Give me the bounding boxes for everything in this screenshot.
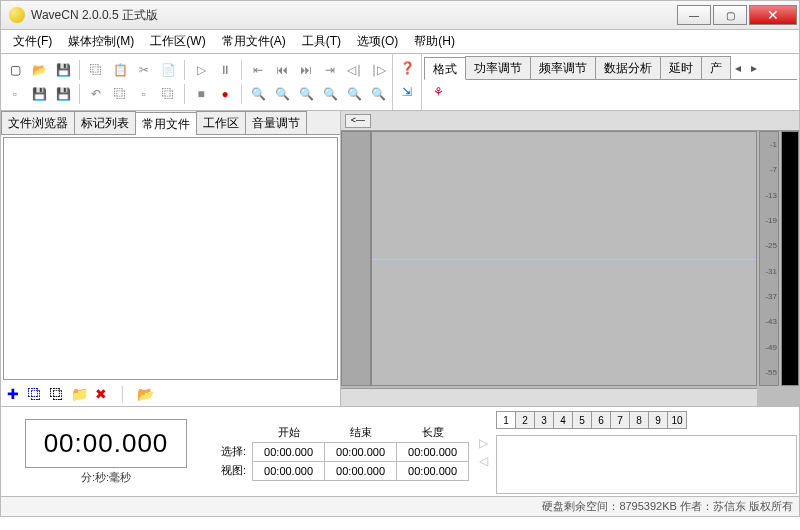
- tab-frequency[interactable]: 频率调节: [530, 56, 596, 79]
- open-folder-icon[interactable]: 📂: [137, 386, 153, 402]
- menu-workspace[interactable]: 工作区(W): [142, 31, 213, 52]
- tab-file-browser[interactable]: 文件浏览器: [1, 111, 75, 134]
- prev-mark-icon[interactable]: ◁∣: [344, 60, 364, 80]
- minimize-button[interactable]: —: [677, 5, 711, 25]
- menu-common-files[interactable]: 常用文件(A): [214, 31, 294, 52]
- save-all-icon[interactable]: 💾: [53, 84, 73, 104]
- folder-add-icon[interactable]: 📁: [71, 386, 87, 402]
- separator: [241, 84, 242, 104]
- menu-file[interactable]: 文件(F): [5, 31, 60, 52]
- page-3[interactable]: 3: [534, 411, 554, 429]
- sel-end[interactable]: 00:00.000: [325, 442, 397, 461]
- waveform-canvas[interactable]: [371, 131, 757, 386]
- zoom-in-icon[interactable]: 🔍: [248, 84, 268, 104]
- play-icon[interactable]: ▷: [191, 60, 211, 80]
- stop-icon[interactable]: ■: [191, 84, 211, 104]
- tab-workspace[interactable]: 工作区: [196, 111, 246, 134]
- paste-icon[interactable]: 📋: [110, 60, 130, 80]
- separator: [79, 84, 80, 104]
- page-5[interactable]: 5: [572, 411, 592, 429]
- doc-icon[interactable]: ▫: [5, 84, 25, 104]
- toolbars: ▢ 📂 💾 ⿻ 📋 ✂ 📄 ▷ ⏸ ⇤ ⏮ ⏭ ⇥ ◁∣ ∣▷ ▫ 💾 💾 ↶ …: [0, 54, 800, 111]
- save-icon[interactable]: 💾: [53, 60, 73, 80]
- file-list[interactable]: [3, 137, 338, 380]
- timer-panel: 00:00.000 分:秒:毫秒: [1, 407, 211, 496]
- page-2[interactable]: 2: [515, 411, 535, 429]
- zoom-reset-icon[interactable]: 🔍: [368, 84, 388, 104]
- copy-icon[interactable]: ⿻: [86, 60, 106, 80]
- clipboard-icon[interactable]: 📄: [158, 60, 178, 80]
- col-end: 结束: [325, 423, 397, 443]
- zoom-full-icon[interactable]: 🔍: [344, 84, 364, 104]
- skip-end-icon[interactable]: ⇥: [320, 60, 340, 80]
- record-icon[interactable]: ●: [215, 84, 235, 104]
- duplicate-icon[interactable]: ⿻: [49, 386, 65, 402]
- page-4[interactable]: 4: [553, 411, 573, 429]
- timeline-scrubber[interactable]: <—: [345, 114, 371, 128]
- next-mark-icon[interactable]: ∣▷: [368, 60, 388, 80]
- page-8[interactable]: 8: [629, 411, 649, 429]
- tab-delay[interactable]: 延时: [660, 56, 702, 79]
- sel-start[interactable]: 00:00.000: [253, 442, 325, 461]
- app-icon: [9, 7, 25, 23]
- col-start: 开始: [253, 423, 325, 443]
- view-length[interactable]: 00:00.000: [397, 461, 469, 480]
- clip-icon[interactable]: ⿻: [110, 84, 130, 104]
- separator: [241, 60, 242, 80]
- play-back-icon[interactable]: ◁: [479, 454, 488, 468]
- exit-icon[interactable]: ⇲: [397, 82, 417, 102]
- format-tool-icon[interactable]: ⚘: [428, 82, 448, 102]
- maximize-button[interactable]: ▢: [713, 5, 747, 25]
- page-9[interactable]: 9: [648, 411, 668, 429]
- undo-icon[interactable]: ↶: [86, 84, 106, 104]
- view-start[interactable]: 00:00.000: [253, 461, 325, 480]
- page-6[interactable]: 6: [591, 411, 611, 429]
- menu-tools[interactable]: 工具(T): [294, 31, 349, 52]
- timeline-header: <—: [341, 111, 799, 131]
- tab-marker-list[interactable]: 标记列表: [74, 111, 136, 134]
- menu-options[interactable]: 选项(O): [349, 31, 406, 52]
- content-area: 文件浏览器 标记列表 常用文件 工作区 音量调节 ✚ ⿻ ⿻ 📁 ✖ │ 📂 <…: [0, 111, 800, 407]
- add-icon[interactable]: ✚: [5, 386, 21, 402]
- tab-power[interactable]: 功率调节: [465, 56, 531, 79]
- open-file-icon[interactable]: 📂: [29, 60, 49, 80]
- help-icon[interactable]: ❓: [397, 58, 417, 78]
- view-end[interactable]: 00:00.000: [325, 461, 397, 480]
- zoom-out-icon[interactable]: 🔍: [272, 84, 292, 104]
- tab-more[interactable]: 产: [701, 56, 731, 79]
- close-button[interactable]: ✕: [749, 5, 797, 25]
- copy-item-icon[interactable]: ⿻: [27, 386, 43, 402]
- new-file-icon[interactable]: ▢: [5, 60, 25, 80]
- menu-media[interactable]: 媒体控制(M): [60, 31, 142, 52]
- tab-format[interactable]: 格式: [424, 57, 466, 80]
- cut-icon[interactable]: ✂: [134, 60, 154, 80]
- skip-start-icon[interactable]: ⇤: [248, 60, 268, 80]
- selection-grid: 开始 结束 长度 选择: 00:00.000 00:00.000 00:00.0…: [211, 407, 473, 496]
- multi-page-icon[interactable]: ⿻: [158, 84, 178, 104]
- save-as-icon[interactable]: 💾: [29, 84, 49, 104]
- play-forward-icon[interactable]: ▷: [479, 436, 488, 450]
- tab-scroll-right-icon[interactable]: ▸: [746, 56, 762, 79]
- pause-icon[interactable]: ⏸: [215, 60, 235, 80]
- zoom-sel-icon[interactable]: 🔍: [320, 84, 340, 104]
- tab-volume[interactable]: 音量调节: [245, 111, 307, 134]
- menu-help[interactable]: 帮助(H): [406, 31, 463, 52]
- forward-icon[interactable]: ⏭: [296, 60, 316, 80]
- tab-analysis[interactable]: 数据分析: [595, 56, 661, 79]
- page-10[interactable]: 10: [667, 411, 687, 429]
- separator: [184, 84, 185, 104]
- page-7[interactable]: 7: [610, 411, 630, 429]
- row-selection-label: 选择:: [215, 442, 253, 461]
- page-1[interactable]: 1: [496, 411, 516, 429]
- time-display: 00:00.000: [25, 419, 188, 468]
- delete-icon[interactable]: ✖: [93, 386, 109, 402]
- page-icon[interactable]: ▫: [134, 84, 154, 104]
- rewind-icon[interactable]: ⏮: [272, 60, 292, 80]
- titlebar: WaveCN 2.0.0.5 正式版 — ▢ ✕: [0, 0, 800, 30]
- tab-common-files[interactable]: 常用文件: [135, 112, 197, 135]
- tab-scroll-left-icon[interactable]: ◂: [730, 56, 746, 79]
- horizontal-scrollbar[interactable]: [341, 388, 757, 406]
- zoom-fit-icon[interactable]: 🔍: [296, 84, 316, 104]
- sel-length[interactable]: 00:00.000: [397, 442, 469, 461]
- window-title: WaveCN 2.0.0.5 正式版: [31, 7, 675, 24]
